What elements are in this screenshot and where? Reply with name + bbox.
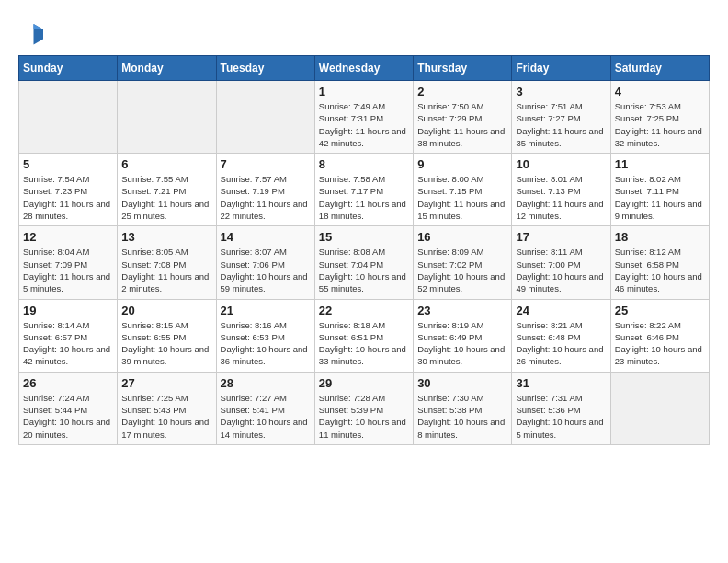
day-number: 27 [121, 376, 211, 390]
calendar-cell: 23Sunrise: 8:19 AM Sunset: 6:49 PM Dayli… [414, 299, 512, 372]
calendar-cell: 5Sunrise: 7:54 AM Sunset: 7:23 PM Daylig… [19, 154, 118, 226]
calendar-table: SundayMondayTuesdayWednesdayThursdayFrid… [18, 55, 710, 445]
calendar-header-wednesday: Wednesday [314, 56, 413, 81]
day-number: 16 [417, 230, 507, 244]
day-info: Sunrise: 7:51 AM Sunset: 7:27 PM Dayligh… [516, 100, 606, 149]
day-info: Sunrise: 8:18 AM Sunset: 6:51 PM Dayligh… [319, 319, 409, 368]
day-number: 22 [319, 304, 409, 317]
calendar-cell: 3Sunrise: 7:51 AM Sunset: 7:27 PM Daylig… [512, 81, 610, 154]
day-info: Sunrise: 8:15 AM Sunset: 6:55 PM Dayligh… [121, 319, 211, 368]
day-info: Sunrise: 8:01 AM Sunset: 7:13 PM Dayligh… [516, 173, 606, 222]
calendar-cell [610, 372, 709, 444]
day-info: Sunrise: 8:19 AM Sunset: 6:49 PM Dayligh… [417, 319, 507, 368]
day-number: 29 [319, 376, 409, 390]
calendar-cell: 27Sunrise: 7:25 AM Sunset: 5:43 PM Dayli… [118, 372, 216, 444]
calendar-cell: 1Sunrise: 7:49 AM Sunset: 7:31 PM Daylig… [314, 81, 413, 154]
calendar-week-3: 19Sunrise: 8:14 AM Sunset: 6:57 PM Dayli… [19, 299, 710, 372]
day-number: 6 [121, 157, 211, 171]
calendar-header-row: SundayMondayTuesdayWednesdayThursdayFrid… [19, 56, 710, 81]
day-number: 17 [516, 230, 606, 244]
calendar-cell: 28Sunrise: 7:27 AM Sunset: 5:41 PM Dayli… [216, 372, 314, 444]
day-number: 3 [516, 85, 606, 98]
calendar-cell: 2Sunrise: 7:50 AM Sunset: 7:29 PM Daylig… [414, 81, 512, 154]
logo-icon [18, 18, 46, 46]
calendar-header-sunday: Sunday [19, 56, 118, 81]
day-info: Sunrise: 7:54 AM Sunset: 7:23 PM Dayligh… [23, 173, 113, 222]
day-number: 31 [516, 376, 606, 390]
day-info: Sunrise: 7:55 AM Sunset: 7:21 PM Dayligh… [121, 173, 211, 222]
day-number: 12 [23, 230, 113, 244]
day-info: Sunrise: 7:50 AM Sunset: 7:29 PM Dayligh… [417, 100, 507, 149]
calendar-cell: 14Sunrise: 8:07 AM Sunset: 7:06 PM Dayli… [216, 226, 314, 299]
day-info: Sunrise: 8:05 AM Sunset: 7:08 PM Dayligh… [121, 246, 211, 294]
day-number: 26 [23, 376, 113, 390]
calendar-cell: 17Sunrise: 8:11 AM Sunset: 7:00 PM Dayli… [512, 226, 610, 299]
header [18, 18, 710, 46]
day-number: 1 [319, 85, 409, 98]
day-number: 28 [221, 376, 311, 390]
day-number: 13 [121, 230, 211, 244]
calendar-header-thursday: Thursday [414, 56, 512, 81]
calendar-cell: 4Sunrise: 7:53 AM Sunset: 7:25 PM Daylig… [610, 81, 709, 154]
day-info: Sunrise: 8:12 AM Sunset: 6:58 PM Dayligh… [615, 246, 705, 294]
day-info: Sunrise: 7:27 AM Sunset: 5:41 PM Dayligh… [221, 392, 311, 441]
calendar-header-monday: Monday [118, 56, 216, 81]
day-info: Sunrise: 8:16 AM Sunset: 6:53 PM Dayligh… [221, 319, 311, 368]
calendar-week-4: 26Sunrise: 7:24 AM Sunset: 5:44 PM Dayli… [19, 372, 710, 444]
calendar-cell: 8Sunrise: 7:58 AM Sunset: 7:17 PM Daylig… [314, 154, 413, 226]
calendar-week-1: 5Sunrise: 7:54 AM Sunset: 7:23 PM Daylig… [19, 154, 710, 226]
calendar-cell: 19Sunrise: 8:14 AM Sunset: 6:57 PM Dayli… [19, 299, 118, 372]
calendar-cell: 30Sunrise: 7:30 AM Sunset: 5:38 PM Dayli… [414, 372, 512, 444]
day-number: 4 [615, 85, 705, 98]
day-info: Sunrise: 8:08 AM Sunset: 7:04 PM Dayligh… [319, 246, 409, 294]
calendar-week-2: 12Sunrise: 8:04 AM Sunset: 7:09 PM Dayli… [19, 226, 710, 299]
day-number: 8 [319, 157, 409, 171]
calendar-cell: 11Sunrise: 8:02 AM Sunset: 7:11 PM Dayli… [610, 154, 709, 226]
calendar-cell: 25Sunrise: 8:22 AM Sunset: 6:46 PM Dayli… [610, 299, 709, 372]
day-info: Sunrise: 7:57 AM Sunset: 7:19 PM Dayligh… [221, 173, 311, 222]
day-info: Sunrise: 8:14 AM Sunset: 6:57 PM Dayligh… [23, 319, 113, 368]
calendar-header-tuesday: Tuesday [216, 56, 314, 81]
calendar-cell: 29Sunrise: 7:28 AM Sunset: 5:39 PM Dayli… [314, 372, 413, 444]
calendar-week-0: 1Sunrise: 7:49 AM Sunset: 7:31 PM Daylig… [19, 81, 710, 154]
day-info: Sunrise: 8:22 AM Sunset: 6:46 PM Dayligh… [615, 319, 705, 368]
day-info: Sunrise: 7:58 AM Sunset: 7:17 PM Dayligh… [319, 173, 409, 222]
day-info: Sunrise: 7:24 AM Sunset: 5:44 PM Dayligh… [23, 392, 113, 441]
day-number: 20 [121, 304, 211, 317]
calendar-cell: 12Sunrise: 8:04 AM Sunset: 7:09 PM Dayli… [19, 226, 118, 299]
day-number: 11 [615, 157, 705, 171]
page-container: SundayMondayTuesdayWednesdayThursdayFrid… [0, 0, 728, 454]
day-info: Sunrise: 8:21 AM Sunset: 6:48 PM Dayligh… [516, 319, 606, 368]
day-number: 19 [23, 304, 113, 317]
calendar-cell: 21Sunrise: 8:16 AM Sunset: 6:53 PM Dayli… [216, 299, 314, 372]
day-number: 25 [615, 304, 705, 317]
day-number: 21 [221, 304, 311, 317]
day-number: 10 [516, 157, 606, 171]
calendar-cell: 13Sunrise: 8:05 AM Sunset: 7:08 PM Dayli… [118, 226, 216, 299]
calendar-cell: 20Sunrise: 8:15 AM Sunset: 6:55 PM Dayli… [118, 299, 216, 372]
calendar-cell [19, 81, 118, 154]
day-info: Sunrise: 8:00 AM Sunset: 7:15 PM Dayligh… [417, 173, 507, 222]
calendar-cell: 22Sunrise: 8:18 AM Sunset: 6:51 PM Dayli… [314, 299, 413, 372]
day-number: 14 [221, 230, 311, 244]
calendar-cell [118, 81, 216, 154]
day-number: 15 [319, 230, 409, 244]
day-info: Sunrise: 7:49 AM Sunset: 7:31 PM Dayligh… [319, 100, 409, 149]
day-info: Sunrise: 7:25 AM Sunset: 5:43 PM Dayligh… [121, 392, 211, 441]
calendar-cell: 16Sunrise: 8:09 AM Sunset: 7:02 PM Dayli… [414, 226, 512, 299]
day-info: Sunrise: 8:11 AM Sunset: 7:00 PM Dayligh… [516, 246, 606, 294]
calendar-header-saturday: Saturday [610, 56, 709, 81]
svg-marker-1 [34, 24, 44, 29]
day-number: 2 [417, 85, 507, 98]
calendar-cell: 6Sunrise: 7:55 AM Sunset: 7:21 PM Daylig… [118, 154, 216, 226]
day-info: Sunrise: 8:09 AM Sunset: 7:02 PM Dayligh… [417, 246, 507, 294]
day-number: 18 [615, 230, 705, 244]
calendar-cell: 26Sunrise: 7:24 AM Sunset: 5:44 PM Dayli… [19, 372, 118, 444]
day-info: Sunrise: 7:28 AM Sunset: 5:39 PM Dayligh… [319, 392, 409, 441]
calendar-cell: 18Sunrise: 8:12 AM Sunset: 6:58 PM Dayli… [610, 226, 709, 299]
calendar-cell: 31Sunrise: 7:31 AM Sunset: 5:36 PM Dayli… [512, 372, 610, 444]
day-number: 30 [417, 376, 507, 390]
day-number: 24 [516, 304, 606, 317]
day-info: Sunrise: 7:31 AM Sunset: 5:36 PM Dayligh… [516, 392, 606, 441]
calendar-cell: 24Sunrise: 8:21 AM Sunset: 6:48 PM Dayli… [512, 299, 610, 372]
